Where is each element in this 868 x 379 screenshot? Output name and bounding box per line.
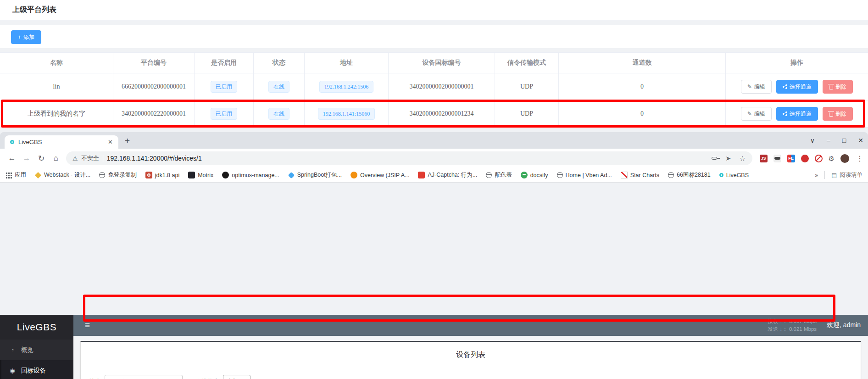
bookmark-optimus[interactable]: optimus-manage...: [222, 172, 279, 178]
bookmark-springboot[interactable]: SpringBoot打包...: [288, 171, 342, 179]
column-header-enabled: 是否启用: [195, 53, 254, 73]
bookmarks-divider: [824, 171, 825, 179]
column-header-mode: 信令传输模式: [495, 53, 559, 73]
stats-receive: 接收 ↑： 0.037 Mbps: [768, 318, 817, 325]
trash-icon: [829, 85, 833, 89]
bookmark-star-icon[interactable]: ☆: [739, 154, 746, 163]
profile-avatar[interactable]: [840, 154, 849, 163]
online-status-select[interactable]: 全部: [223, 375, 250, 379]
tab-close-icon[interactable]: ✕: [108, 139, 113, 145]
browser-tab-strip: LiveGBS ✕ + ∨ – □ ✕: [0, 132, 868, 149]
webstack-icon: [35, 172, 41, 178]
key-icon[interactable]: [712, 157, 717, 160]
delete-button[interactable]: 删除: [823, 80, 853, 94]
sidebar-item-overview[interactable]: ◔概览: [0, 340, 73, 360]
window-controls: ∨ – □ ✕: [810, 132, 863, 149]
add-platform-button[interactable]: + 添加: [11, 30, 41, 44]
send-icon[interactable]: ➤: [725, 155, 731, 162]
reload-button[interactable]: ↻: [34, 154, 49, 163]
bookmark-webstack[interactable]: Webstack - 设计...: [35, 171, 90, 179]
bookmark-jsip[interactable]: Overview (JSIP A...: [351, 172, 409, 178]
welcome-user[interactable]: 欢迎, admin: [827, 321, 861, 329]
bookmark-docsify[interactable]: docsify: [521, 172, 548, 178]
address-badge: 192.168.1.141:15060: [318, 108, 375, 120]
cell-channels: 0: [559, 100, 726, 127]
motrix-icon: [188, 172, 195, 178]
platform-table-header-row: 名称 平台编号 是否启用 状态 地址 设备国标编号 信令传输模式 通道数 操作: [0, 53, 868, 73]
chevron-down-icon[interactable]: ∨: [810, 137, 815, 144]
cell-device-id: 34020000002000000001: [389, 73, 495, 100]
stats-send: 发送 ↓： 0.021 Mbps: [768, 325, 817, 333]
cell-channels: 0: [559, 73, 726, 100]
platform-table: 名称 平台编号 是否启用 状态 地址 设备国标编号 信令传输模式 通道数 操作 …: [0, 52, 868, 128]
extension-noads-icon[interactable]: [815, 155, 823, 162]
security-chip[interactable]: ⚠ 不安全: [72, 154, 99, 162]
bookmarks-right: » ▤阅读清单: [815, 171, 862, 179]
edit-button[interactable]: ✎编辑: [741, 80, 772, 94]
back-button[interactable]: ←: [5, 154, 19, 163]
extension-incognito-icon[interactable]: [773, 155, 781, 162]
delete-button[interactable]: 删除: [823, 107, 853, 121]
bookmark-vben[interactable]: Home | Vben Ad...: [557, 172, 612, 178]
search-input[interactable]: [105, 375, 183, 379]
extension-blocker-icon[interactable]: [801, 155, 809, 162]
apps-grid-icon: [6, 172, 12, 178]
address-bar[interactable]: ⚠ 不安全 192.168.1.141:20000/#/devices/1 ➤ …: [66, 151, 752, 165]
warning-icon: ⚠: [72, 155, 78, 162]
app-logo[interactable]: LiveGBS: [0, 315, 73, 340]
browser-tab-livegbs[interactable]: LiveGBS ✕: [5, 135, 118, 149]
forward-button[interactable]: →: [19, 154, 34, 163]
device-list-card: 设备列表 搜索 在线状态 全部 设备国标编号⇅ 名称 信令传输 流传输模式 通道…: [80, 341, 861, 379]
platform-row-highlighted: 上级看到的我的名字 34020000002220000001 已启用 在线 19…: [0, 100, 868, 127]
sidebar-item-devices[interactable]: ◉国标设备: [0, 360, 73, 379]
extension-js-icon[interactable]: JS: [760, 155, 768, 162]
close-button[interactable]: ✕: [858, 137, 863, 144]
status-badge: 在线: [268, 108, 289, 120]
browser-menu-icon[interactable]: ⋮: [856, 154, 863, 163]
bookmark-jdk[interactable]: jdk1.8 api: [145, 172, 180, 178]
new-tab-button[interactable]: +: [125, 136, 130, 146]
page-title: 上级平台列表: [12, 5, 56, 15]
bookmark-ajcaptcha[interactable]: AJ-Captcha: 行为...: [418, 171, 477, 179]
bookmark-livegbs[interactable]: LiveGBS: [719, 172, 749, 178]
bookmark-apps[interactable]: 应用: [6, 171, 26, 179]
share-icon: [783, 111, 787, 116]
menu-toggle-icon[interactable]: ≡: [85, 320, 90, 330]
select-channel-button[interactable]: 选择通道: [776, 80, 818, 94]
livegbs-app: LiveGBS ◔概览 ◉国标设备 ▦分屏展示 ☁云端录像 Ω报警查询 ⇧国标级…: [0, 315, 868, 379]
jdk-icon: [145, 172, 152, 178]
springboot-icon: [288, 172, 295, 178]
cell-address: 192.168.1.141:15060: [305, 100, 389, 127]
reading-list-button[interactable]: ▤阅读清单: [831, 171, 862, 179]
select-channel-button[interactable]: 选择通道: [776, 107, 818, 121]
column-header-channels: 通道数: [559, 53, 726, 73]
trash-icon: [829, 112, 833, 117]
add-button-label: 添加: [23, 33, 34, 41]
bookmark-palette[interactable]: 配色表: [486, 171, 512, 179]
cell-platform-id: 34020000002220000001: [113, 100, 195, 127]
extension-fe-icon[interactable]: FE: [787, 155, 795, 162]
docsify-icon: [521, 172, 528, 178]
cell-platform-id: 66620000002000000001: [113, 73, 195, 100]
column-header-platform-id: 平台编号: [113, 53, 195, 73]
livegbs-icon: [719, 173, 723, 177]
chip-separator: [103, 155, 103, 162]
chart-icon: [621, 172, 628, 178]
cell-actions: ✎编辑 选择通道 删除: [726, 100, 868, 127]
edit-button[interactable]: ✎编辑: [741, 107, 772, 121]
bookmark-copy[interactable]: 免登录复制: [99, 171, 137, 179]
home-button[interactable]: ⌂: [49, 154, 63, 163]
extensions-puzzle-icon[interactable]: ⚙: [829, 155, 835, 162]
minimize-button[interactable]: –: [827, 137, 830, 144]
extensions-row: JS FE ⚙ ⋮: [760, 154, 863, 163]
url-text[interactable]: 192.168.1.141:20000/#/devices/1: [107, 155, 708, 162]
bookmark-motrix[interactable]: Motrix: [188, 172, 213, 178]
maximize-button[interactable]: □: [842, 137, 846, 144]
column-header-name: 名称: [0, 53, 113, 73]
dashboard-icon: ◔: [9, 346, 16, 353]
cell-status: 在线: [254, 73, 305, 100]
bookmark-gb28181[interactable]: 66国标28181: [668, 171, 711, 179]
camera-icon: ◉: [9, 367, 16, 374]
bookmarks-overflow-icon[interactable]: »: [815, 172, 818, 178]
bookmark-starcharts[interactable]: Star Charts: [621, 172, 659, 178]
